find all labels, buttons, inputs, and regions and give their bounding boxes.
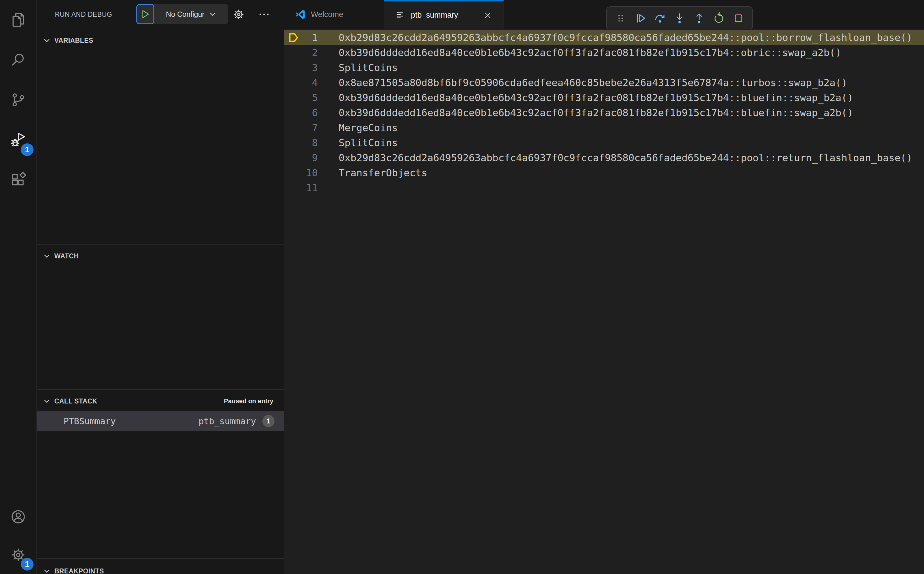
activity-explorer-button[interactable] <box>0 0 36 40</box>
tab-ptb-summary[interactable]: ptb_summary <box>384 0 504 29</box>
breakpoints-section-header[interactable]: BREAKPOINTS <box>37 563 284 574</box>
code-text[interactable]: 0xb39d6dddedd16ed8a40ce0b1e6b43c92acf0ff… <box>338 47 841 58</box>
debug-settings-button[interactable] <box>231 7 246 22</box>
gutter[interactable] <box>284 90 303 105</box>
code-line-10[interactable]: 10 TransferObjects <box>284 165 924 180</box>
step-over-icon <box>653 11 667 25</box>
gutter[interactable] <box>284 135 303 150</box>
gutter[interactable] <box>284 60 303 75</box>
watch-section: WATCH <box>37 244 284 264</box>
code-text[interactable]: 0xb39d6dddedd16ed8a40ce0b1e6b43c92acf0ff… <box>338 92 853 104</box>
code-line-8[interactable]: 8 SplitCoins <box>284 135 924 150</box>
variables-label: VARIABLES <box>54 37 93 44</box>
watch-label: WATCH <box>54 252 79 260</box>
code-line-4[interactable]: 4 0x8ae871505a80d8bf6bf9c05906cda6edfeea… <box>284 75 924 90</box>
gutter[interactable] <box>284 180 303 196</box>
call-stack-label: CALL STACK <box>54 397 98 405</box>
chevron-down-icon <box>43 397 51 405</box>
code-line-11[interactable]: 11 <box>284 180 924 196</box>
gutter[interactable] <box>284 150 303 165</box>
stop-icon <box>732 11 745 25</box>
code-text[interactable]: 0x8ae871505a80d8bf6bf9c05906cda6edfeea46… <box>338 77 847 88</box>
activity-run-debug-button[interactable]: 1 <box>0 120 36 159</box>
frame-line-badge: 1 <box>262 415 274 427</box>
breakpoints-section: BREAKPOINTS <box>37 558 284 574</box>
line-number[interactable]: 9 <box>303 152 318 164</box>
more-actions-button[interactable] <box>257 7 272 22</box>
step-out-button[interactable] <box>691 9 707 27</box>
code-line-5[interactable]: 5 0xb39d6dddedd16ed8a40ce0b1e6b43c92acf0… <box>284 90 924 105</box>
restart-icon <box>712 11 726 25</box>
line-number[interactable]: 4 <box>303 77 318 88</box>
line-number[interactable]: 11 <box>303 182 318 194</box>
code-line-2[interactable]: 2 0xb39d6dddedd16ed8a40ce0b1e6b43c92acf0… <box>284 45 924 60</box>
stop-button[interactable] <box>730 9 746 27</box>
activity-bar: 1 1 <box>0 0 37 574</box>
code-editor[interactable]: 1 0xb29d83c26cdd2a64959263abbcfc4a6937f0… <box>284 29 924 574</box>
extensions-icon <box>10 171 27 188</box>
restart-button[interactable] <box>711 9 727 27</box>
list-icon <box>395 10 406 21</box>
gripper-icon <box>614 11 627 25</box>
code-line-6[interactable]: 6 0xb39d6dddedd16ed8a40ce0b1e6b43c92acf0… <box>284 105 924 120</box>
config-dropdown[interactable]: No Configur <box>154 4 228 24</box>
line-number[interactable]: 7 <box>303 122 318 134</box>
config-dropdown-value: No Configur <box>166 10 204 19</box>
variables-section-header[interactable]: VARIABLES <box>37 32 284 49</box>
line-number[interactable]: 5 <box>303 92 318 104</box>
activity-extensions-button[interactable] <box>0 159 36 199</box>
line-number[interactable]: 3 <box>303 62 318 73</box>
gutter[interactable] <box>284 105 303 120</box>
toolbar-drag-handle[interactable] <box>612 9 629 27</box>
editor-region: Welcome ptb_summary <box>284 0 924 574</box>
settings-badge: 1 <box>21 558 33 571</box>
watch-section-header[interactable]: WATCH <box>37 248 284 264</box>
chevron-down-icon <box>43 567 51 574</box>
sidebar-header: RUN AND DEBUG No Configur <box>37 0 284 29</box>
step-into-button[interactable] <box>672 9 688 27</box>
activity-source-control-button[interactable] <box>0 80 36 120</box>
code-text[interactable]: 0xb29d83c26cdd2a64959263abbcfc4a6937f0c9… <box>338 152 913 164</box>
gutter[interactable] <box>284 120 303 135</box>
search-icon <box>10 52 27 68</box>
continue-button[interactable] <box>632 9 649 27</box>
play-icon <box>140 8 151 20</box>
line-number[interactable]: 2 <box>303 47 318 58</box>
code-text[interactable]: MergeCoins <box>338 122 398 134</box>
chevron-down-icon <box>43 252 51 260</box>
gutter[interactable] <box>284 75 303 90</box>
code-text[interactable]: 0xb29d83c26cdd2a64959263abbcfc4a6937f0c9… <box>338 32 913 43</box>
source-control-icon <box>10 91 27 108</box>
code-line-7[interactable]: 7 MergeCoins <box>284 120 924 135</box>
tab-welcome[interactable]: Welcome <box>284 0 384 29</box>
call-stack-section-header[interactable]: CALL STACK Paused on entry <box>37 393 284 409</box>
step-into-icon <box>673 11 686 25</box>
code-text[interactable]: SplitCoins <box>338 62 398 73</box>
activity-settings-button[interactable]: 1 <box>0 536 36 574</box>
code-line-3[interactable]: 3 SplitCoins <box>284 60 924 75</box>
start-debugging-button[interactable] <box>136 4 154 24</box>
account-icon <box>10 508 27 525</box>
call-stack-section: CALL STACK Paused on entry PTBSummary pt… <box>37 389 284 558</box>
code-line-1[interactable]: 1 0xb29d83c26cdd2a64959263abbcfc4a6937f0… <box>284 30 924 45</box>
gutter[interactable] <box>284 45 303 60</box>
line-number[interactable]: 1 <box>303 32 318 43</box>
continue-icon <box>634 11 647 25</box>
call-stack-frame[interactable]: PTBSummary ptb_summary 1 <box>37 411 284 431</box>
sidebar-title: RUN AND DEBUG <box>55 0 112 29</box>
step-over-button[interactable] <box>652 9 668 27</box>
code-text[interactable]: 0xb39d6dddedd16ed8a40ce0b1e6b43c92acf0ff… <box>338 107 853 118</box>
code-line-9[interactable]: 9 0xb29d83c26cdd2a64959263abbcfc4a6937f0… <box>284 150 924 165</box>
ellipsis-icon <box>258 8 271 21</box>
line-number[interactable]: 6 <box>303 107 318 118</box>
code-text[interactable]: TransferObjects <box>338 167 427 179</box>
current-statement-pointer-icon[interactable] <box>284 30 303 45</box>
line-number[interactable]: 10 <box>303 167 318 179</box>
gutter[interactable] <box>284 165 303 180</box>
code-text[interactable]: SplitCoins <box>338 137 398 148</box>
line-number[interactable]: 8 <box>303 137 318 148</box>
close-icon[interactable] <box>483 10 493 20</box>
editor-tab-bar: Welcome ptb_summary <box>284 0 924 29</box>
activity-accounts-button[interactable] <box>0 498 36 536</box>
activity-search-button[interactable] <box>0 40 36 80</box>
